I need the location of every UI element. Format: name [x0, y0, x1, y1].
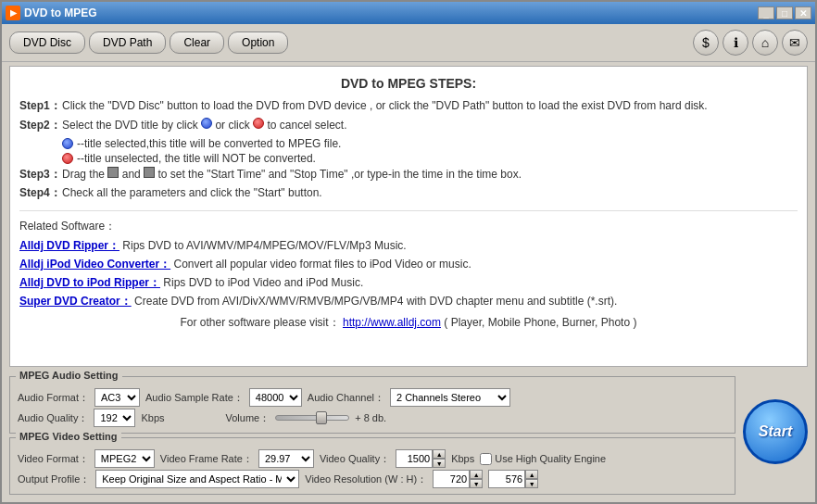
step3-row: Step3： Drag the and to set the "Start Ti… — [19, 167, 798, 183]
volume-slider-thumb[interactable] — [316, 411, 327, 424]
resolution-w-spinbox: 720 ▲ ▼ — [433, 470, 483, 488]
related-row-3: Super DVD Creator： Create DVD from AVI/D… — [19, 294, 798, 309]
output-profile-label: Output Profile： — [18, 472, 90, 486]
related-desc-0: Rips DVD to AVI/WMV/MP4/MPEG/MOV/FLV/Mp3… — [122, 239, 406, 252]
drag-end-icon — [144, 167, 155, 178]
toolbar-right: $ ℹ ⌂ ✉ — [693, 30, 808, 56]
related-desc-3: Create DVD from AVI/DivX/WMV/RMVB/MPG/VB… — [134, 295, 617, 308]
dvd-disc-button[interactable]: DVD Disc — [9, 32, 85, 54]
related-desc-1: Convert all popular video format files t… — [173, 258, 471, 271]
steps-title: DVD to MPEG STEPS: — [19, 76, 798, 91]
video-quality-label: Video Quality： — [320, 452, 390, 466]
radio-red-sub-icon — [62, 153, 73, 164]
hq-engine-text: Use High Quality Engine — [495, 453, 606, 464]
resolution-w-input[interactable]: 720 — [433, 470, 470, 488]
related-desc-2: Rips DVD to iPod Video and iPod Music. — [163, 276, 363, 289]
video-frame-rate-label: Video Frame Rate： — [160, 452, 253, 466]
resolution-w-up-button[interactable]: ▲ — [470, 470, 483, 479]
audio-format-label: Audio Format： — [18, 391, 89, 405]
title-bar: ▶ DVD to MPEG _ □ ✕ — [2, 2, 815, 24]
audio-quality-select[interactable]: 192 128 256 — [94, 409, 135, 427]
audio-row-2: Audio Quality： 192 128 256 Kbps Volume： … — [18, 409, 727, 427]
maximize-button[interactable]: □ — [776, 6, 793, 19]
related-link-0[interactable]: Alldj DVD Ripper： — [19, 239, 119, 252]
volume-slider-track[interactable] — [275, 415, 349, 421]
clear-button[interactable]: Clear — [170, 32, 224, 54]
radio-red-icon — [253, 118, 264, 129]
info-icon-button[interactable]: ℹ — [723, 30, 748, 56]
step4-text: Check all the parameters and click the "… — [62, 185, 798, 201]
video-format-label: Video Format： — [18, 452, 89, 466]
audio-sample-rate-select[interactable]: 48000 44100 32000 — [249, 388, 302, 407]
website-suffix: ( Player, Mobile Phone, Burner, Photo ) — [444, 316, 636, 329]
step4-label: Step4： — [19, 185, 62, 201]
video-format-select[interactable]: MPEG2 MPEG1 MP4 — [94, 449, 155, 468]
related-link-3[interactable]: Super DVD Creator： — [19, 295, 132, 308]
hq-engine-checkbox[interactable] — [480, 453, 492, 465]
step2-sub1: --title selected,this title will be conv… — [62, 137, 798, 150]
dollar-icon-button[interactable]: $ — [693, 30, 719, 56]
video-quality-input[interactable]: 1500 — [396, 449, 433, 468]
start-button[interactable]: Start — [743, 399, 808, 464]
hq-engine-label: Use High Quality Engine — [480, 453, 606, 465]
resolution-w-down-button[interactable]: ▼ — [470, 479, 483, 488]
step1-row: Step1： Click the "DVD Disc" button to lo… — [19, 98, 798, 114]
step2-text: Select the DVD title by click or click t… — [62, 118, 798, 133]
step1-label: Step1： — [19, 98, 62, 114]
video-frame-rate-select[interactable]: 29.97 25 23.976 — [258, 449, 314, 468]
resolution-h-up-button[interactable]: ▲ — [525, 470, 538, 479]
video-row-1: Video Format： MPEG2 MPEG1 MP4 Video Fram… — [18, 449, 727, 468]
step1-text: Click the "DVD Disc" button to load the … — [62, 98, 798, 114]
audio-format-select[interactable]: AC3 MP3 AAC — [94, 388, 140, 407]
resolution-h-down-button[interactable]: ▼ — [525, 479, 538, 488]
close-button[interactable]: ✕ — [795, 6, 811, 19]
website-row: For other software please visit： http://… — [19, 315, 798, 331]
volume-label: Volume： — [226, 411, 270, 425]
resolution-w-spin-buttons: ▲ ▼ — [470, 470, 483, 488]
video-quality-up-button[interactable]: ▲ — [433, 449, 446, 459]
related-link-2[interactable]: Alldj DVD to iPod Ripper： — [19, 276, 160, 289]
settings-area: MPEG Audio Setting Audio Format： AC3 MP3… — [9, 376, 735, 495]
video-quality-spin-buttons: ▲ ▼ — [433, 449, 446, 468]
minimize-button[interactable]: _ — [758, 6, 774, 19]
resolution-h-input[interactable]: 576 — [488, 470, 525, 488]
video-settings-group: MPEG Video Setting Video Format： MPEG2 M… — [9, 437, 735, 495]
step4-row: Step4： Check all the parameters and clic… — [19, 185, 798, 201]
website-link[interactable]: http://www.alldj.com — [343, 316, 441, 329]
video-quality-down-button[interactable]: ▼ — [433, 459, 446, 468]
app-icon: ▶ — [6, 6, 20, 20]
window-title: DVD to MPEG — [24, 6, 97, 19]
audio-row-1: Audio Format： AC3 MP3 AAC Audio Sample R… — [18, 388, 727, 407]
video-row-2: Output Profile： Keep Original Size and A… — [18, 470, 727, 488]
related-row-0: Alldj DVD Ripper： Rips DVD to AVI/WMV/MP… — [19, 238, 798, 254]
related-section: Related Software： Alldj DVD Ripper： Rips… — [19, 210, 798, 331]
home-icon-button[interactable]: ⌂ — [752, 30, 778, 56]
related-link-1[interactable]: Alldj iPod Video Converter： — [19, 258, 170, 271]
audio-channel-label: Audio Channel： — [308, 391, 384, 405]
content-area: DVD to MPEG STEPS: Step1： Click the "DVD… — [9, 66, 808, 367]
video-settings-legend: MPEG Video Setting — [16, 431, 121, 442]
start-button-label: Start — [759, 423, 792, 440]
title-controls: _ □ ✕ — [758, 6, 811, 19]
audio-channel-select[interactable]: 2 Channels Stereo 1 Channel Mono — [390, 388, 510, 407]
output-profile-select[interactable]: Keep Original Size and Aspect Ratio - MP… — [95, 470, 299, 488]
step3-label: Step3： — [19, 167, 62, 183]
audio-settings-legend: MPEG Audio Setting — [16, 370, 122, 381]
related-title: Related Software： — [19, 219, 798, 234]
related-row-2: Alldj DVD to iPod Ripper： Rips DVD to iP… — [19, 275, 798, 291]
resolution-h-spinbox: 576 ▲ ▼ — [488, 470, 538, 488]
website-prefix: For other software please visit： — [181, 316, 340, 329]
resolution-h-spin-buttons: ▲ ▼ — [525, 470, 538, 488]
step3-text: Drag the and to set the "Start Time" and… — [62, 167, 798, 183]
mail-icon-button[interactable]: ✉ — [782, 30, 808, 56]
drag-start-icon — [107, 167, 119, 178]
volume-value: + 8 db. — [355, 412, 386, 423]
toolbar-left: DVD Disc DVD Path Clear Option — [9, 32, 288, 54]
radio-blue-icon — [201, 118, 212, 129]
option-button[interactable]: Option — [228, 32, 288, 54]
dvd-path-button[interactable]: DVD Path — [89, 32, 166, 54]
volume-slider-area — [275, 415, 349, 421]
audio-quality-label: Audio Quality： — [18, 411, 88, 425]
step2-row: Step2： Select the DVD title by click or … — [19, 118, 798, 133]
title-bar-left: ▶ DVD to MPEG — [6, 6, 97, 20]
